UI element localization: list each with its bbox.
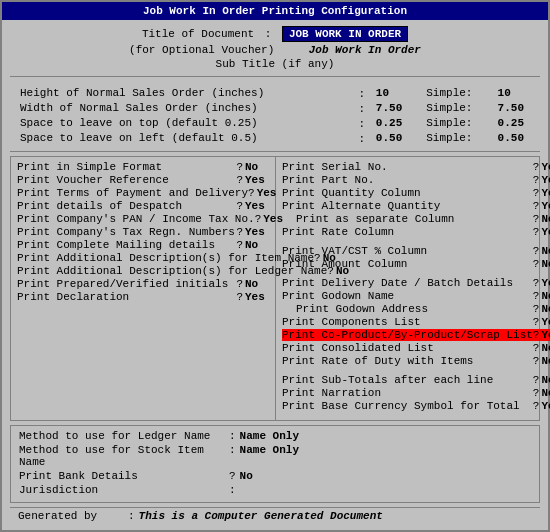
field-label: Width of Normal Sales Order (inches): [12, 102, 352, 115]
left-print-row: Print Company's PAN / Income Tax No. ? Y…: [17, 213, 269, 225]
right-item-val: Yes: [541, 174, 550, 186]
right-item-val: Yes: [541, 226, 550, 238]
right-item-qmark: ?: [533, 290, 540, 302]
right-item-qmark: ?: [533, 355, 540, 367]
field-value: 0.50: [376, 132, 416, 145]
right-item-qmark: ?: [533, 387, 540, 399]
right-item-val: No: [541, 290, 550, 302]
right-item-qmark: ?: [533, 161, 540, 173]
right-item-label: Print Co-Product/By-Product/Scrap List: [282, 329, 533, 341]
left-item-label: Print Complete Mailing details: [17, 239, 236, 251]
field-sep: :: [354, 102, 373, 115]
bottom-row: Print Bank Details ? No: [19, 470, 531, 482]
field-label: Space to leave on top (default 0.25): [12, 117, 352, 130]
field-label: Height of Normal Sales Order (inches): [12, 87, 352, 100]
optional-voucher-label: (for Optional Voucher): [129, 44, 274, 56]
right-print-row: Print Co-Product/By-Product/Scrap List ?…: [282, 329, 550, 341]
left-print-row: Print Additional Description(s) for Ledg…: [17, 265, 269, 277]
right-item-label: Print Rate of Duty with Items: [282, 355, 533, 367]
right-item-label: Print Quantity Column: [282, 187, 533, 199]
bottom-sep: ?: [229, 470, 236, 482]
simple-label: Simple:: [418, 87, 495, 100]
right-item-val: Yes: [541, 200, 550, 212]
right-item-qmark: ?: [533, 200, 540, 212]
right-item-label: Print Godown Name: [282, 290, 533, 302]
left-print-row: Print Additional Description(s) for Item…: [17, 252, 269, 264]
right-print-row: Print Rate of Duty with Items ? No: [282, 355, 550, 367]
right-item-qmark: ?: [533, 329, 540, 341]
right-item-val: No: [541, 342, 550, 354]
bottom-val: Name Only: [240, 430, 299, 442]
right-item-qmark: ?: [533, 277, 540, 289]
right-item-label: Print Consolidated List: [282, 342, 533, 354]
left-print-row: Print details of Despatch ? Yes: [17, 200, 269, 212]
right-print-row: Print as separate Column ? No: [282, 213, 550, 225]
bottom-label: Jurisdiction: [19, 484, 229, 496]
simple-label: Simple:: [418, 102, 495, 115]
bottom-section: Method to use for Ledger Name : Name Onl…: [10, 425, 540, 503]
right-item-val: No: [541, 374, 550, 386]
left-item-label: Print Company's Tax Regn. Numbers: [17, 226, 236, 238]
right-print-row: Print Consolidated List ? No: [282, 342, 550, 354]
header-section: Title of Document : JOB WORK IN ORDER (f…: [10, 26, 540, 77]
simple-value: 0.25: [498, 117, 538, 130]
right-item-qmark: ?: [533, 316, 540, 328]
right-item-val: No: [541, 303, 550, 315]
bottom-val: Name Only: [240, 444, 299, 468]
simple-value: 10: [498, 87, 538, 100]
right-print-row: Print Alternate Quantity ? Yes: [282, 200, 550, 212]
right-item-label: Print VAT/CST % Column: [282, 245, 533, 257]
left-print-row: Print Company's Tax Regn. Numbers ? Yes: [17, 226, 269, 238]
simple-label: Simple:: [418, 132, 495, 145]
main-print-options: Print in Simple Format ? No Print Vouche…: [10, 156, 540, 421]
bottom-sep: :: [229, 430, 236, 442]
left-print-row: Print in Simple Format ? No: [17, 161, 269, 173]
fields-section: Height of Normal Sales Order (inches) : …: [10, 81, 540, 152]
left-item-val: Yes: [245, 226, 269, 238]
right-print-row: Print Narration ? No: [282, 387, 550, 399]
title-label: Title of Document: [142, 28, 254, 40]
right-item-val: Yes: [541, 277, 550, 289]
left-column: Print in Simple Format ? No Print Vouche…: [11, 157, 276, 420]
right-item-label: Print Components List: [282, 316, 533, 328]
left-item-qmark: ?: [236, 291, 243, 303]
field-label: Space to leave on left (default 0.5): [12, 132, 352, 145]
right-print-row: Print Components List ? Yes: [282, 316, 550, 328]
bottom-sep: :: [229, 484, 236, 496]
right-item-val: No: [541, 387, 550, 399]
right-print-row: Print Part No. ? Yes: [282, 174, 550, 186]
left-item-qmark: ?: [248, 187, 255, 199]
right-print-row: Print Sub-Totals after each line ? No: [282, 374, 550, 386]
right-item-qmark: ?: [533, 374, 540, 386]
bottom-sep: :: [229, 444, 236, 468]
right-item-qmark: ?: [533, 187, 540, 199]
left-item-val: No: [245, 278, 269, 290]
right-item-qmark: ?: [533, 303, 540, 315]
bottom-label: Print Bank Details: [19, 470, 229, 482]
left-item-val: Yes: [245, 291, 269, 303]
left-item-label: Print Terms of Payment and Delivery: [17, 187, 248, 199]
left-item-qmark: ?: [236, 226, 243, 238]
field-row: Space to leave on top (default 0.25) : 0…: [12, 117, 538, 130]
bottom-row: Jurisdiction :: [19, 484, 531, 496]
field-row: Space to leave on left (default 0.5) : 0…: [12, 132, 538, 145]
right-item-label: Print Serial No.: [282, 161, 533, 173]
bottom-label: Method to use for Stock Item Name: [19, 444, 229, 468]
optional-voucher-value: Job Work In Order: [309, 44, 421, 56]
simple-label: Simple:: [418, 117, 495, 130]
window-title: Job Work In Order Printing Configuration: [2, 2, 548, 20]
right-item-qmark: ?: [533, 245, 540, 257]
generated-sep: :: [128, 510, 135, 522]
generated-label: Generated by: [18, 510, 128, 522]
left-item-qmark: ?: [255, 213, 262, 225]
field-row: Width of Normal Sales Order (inches) : 7…: [12, 102, 538, 115]
right-item-qmark: ?: [533, 400, 540, 412]
right-item-val: Yes: [541, 400, 550, 412]
right-item-qmark: ?: [533, 213, 540, 225]
right-item-label: Print Delivery Date / Batch Details: [282, 277, 533, 289]
right-print-row: Print Godown Name ? No: [282, 290, 550, 302]
right-item-qmark: ?: [533, 174, 540, 186]
left-item-label: Print Prepared/Verified initials: [17, 278, 236, 290]
right-item-qmark: ?: [533, 258, 540, 270]
right-item-label: Print Amount Column: [282, 258, 533, 270]
